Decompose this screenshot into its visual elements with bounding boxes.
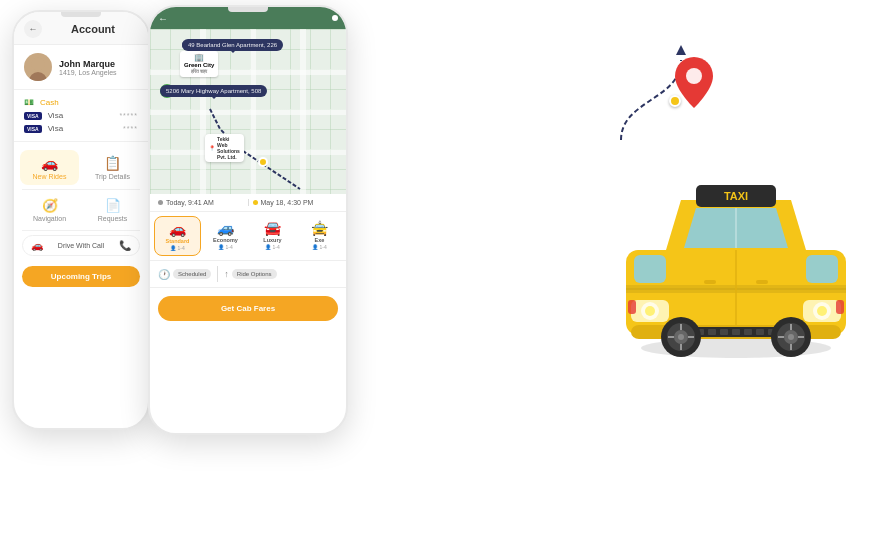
standard-name: Standard [166,238,190,244]
top-bar-indicator [332,15,338,21]
visa1-item[interactable]: VISA Visa ***** [24,109,138,122]
car-types-section: 🚗 Standard 👤 1-4 🚙 Economy 👤 1-4 🚘 Luxur… [150,212,346,261]
drive-label: Drive With Call [58,242,104,249]
svg-rect-45 [756,280,768,284]
requests-btn[interactable]: 📄 Requests [83,194,142,226]
right-phone: ← 🏢 Green City हरित शहर 49 Bearland Glen… [148,5,348,435]
time-dot-gray [158,200,163,205]
ride-options-label: Ride Options [232,269,277,279]
luxury-icon: 🚘 [264,220,281,236]
left-phone: ← Account John Marque 1419, Los Angeles … [12,10,150,430]
navigation-icon: 🧭 [42,198,58,213]
time-bar: Today, 9:41 AM May 18, 4:30 PM [150,194,346,212]
tabs-section: 🚗 New Rides 📋 Trip Details [14,142,148,189]
get-fare-button[interactable]: Get Cab Fares [158,296,338,321]
visa2-badge: VISA [24,125,42,133]
route-svg [150,29,346,194]
svg-point-2 [686,68,702,84]
payment-section: 💵 Cash VISA Visa ***** VISA Visa **** [14,90,148,142]
requests-label: Requests [98,215,128,222]
clock-icon: 🕐 [158,269,170,280]
standard-icon: 🚗 [169,221,186,237]
page-title: Account [48,23,138,35]
call-icon: 📞 [119,240,131,251]
requests-icon: 📄 [105,198,121,213]
visa2-label: Visa [48,124,117,133]
upcoming-trips-button[interactable]: Upcoming Trips [22,266,140,287]
visa2-dots: **** [123,125,138,132]
place-icon: 📍 [209,145,215,151]
svg-rect-17 [720,329,728,335]
taxi-illustration: TAXI [606,130,866,364]
trip-details-label: Trip Details [95,173,130,180]
svg-point-1 [31,57,45,71]
avatar [24,53,52,81]
profile-section: John Marque 1419, Los Angeles [14,45,148,90]
cash-item[interactable]: 💵 Cash [24,96,138,109]
today-label: Today, 9:41 AM [166,199,214,206]
trip-details-tab[interactable]: 📋 Trip Details [83,150,142,185]
svg-rect-10 [806,255,838,283]
schedule-divider [217,266,218,282]
ride-options-item[interactable]: ↑ Ride Options [224,269,276,279]
exe-car-type[interactable]: 🚖 Exe 👤 1-4 [297,216,342,256]
scheduled-label: Scheduled [173,269,211,279]
economy-name: Economy [213,237,238,243]
exe-name: Exe [315,237,325,243]
visa1-dots: ***** [119,112,138,119]
standard-car-type[interactable]: 🚗 Standard 👤 1-4 [154,216,201,256]
map-area[interactable]: 🏢 Green City हरित शहर 49 Bearland Glen A… [150,29,346,194]
cash-label: Cash [40,98,138,107]
economy-car-type[interactable]: 🚙 Economy 👤 1-4 [203,216,248,256]
svg-rect-18 [732,329,740,335]
time-today: Today, 9:41 AM [158,199,244,206]
phone-notch [61,12,101,17]
exe-seats: 👤 1-4 [312,244,327,250]
drive-icon: 🚗 [31,240,43,251]
route-start-dot [669,95,681,107]
car-tab-icon: 🚗 [41,155,58,171]
svg-marker-3 [676,45,686,55]
svg-rect-47 [628,300,636,314]
options-arrow-icon: ↑ [224,269,229,279]
svg-point-26 [645,306,655,316]
nav-section: 🧭 Navigation 📄 Requests [14,190,148,230]
cash-icon: 💵 [24,98,34,107]
visa1-label: Visa [48,111,114,120]
svg-point-31 [788,334,794,340]
time-dot-yellow [253,200,258,205]
map-pin-yellow [258,157,268,167]
place-label: Tekki Web Solutions Pvt. Ltd. [217,136,240,160]
luxury-name: Luxury [263,237,281,243]
svg-rect-9 [634,255,666,283]
time-divider [248,199,249,206]
divider2 [22,230,140,231]
profile-name: John Marque [59,59,117,69]
svg-rect-16 [708,329,716,335]
exe-icon: 🚖 [311,220,328,236]
time-date: May 18, 4:30 PM [253,199,339,206]
svg-rect-20 [756,329,764,335]
drive-with-call[interactable]: 🚗 Drive With Call 📞 [22,235,140,256]
svg-point-35 [678,334,684,340]
navigation-label: Navigation [33,215,66,222]
visa2-item[interactable]: VISA Visa **** [24,122,138,135]
schedule-bar: 🕐 Scheduled ↑ Ride Options [150,261,346,288]
svg-rect-19 [744,329,752,335]
scheduled-item[interactable]: 🕐 Scheduled [158,269,211,280]
new-rides-tab[interactable]: 🚗 New Rides [20,150,79,185]
luxury-car-type[interactable]: 🚘 Luxury 👤 1-4 [250,216,295,256]
navigation-btn[interactable]: 🧭 Navigation [20,194,79,226]
svg-rect-46 [704,280,716,284]
map-back-icon[interactable]: ← [158,13,168,24]
svg-rect-48 [836,300,844,314]
standard-seats: 👤 1-4 [170,245,185,251]
economy-seats: 👤 1-4 [218,244,233,250]
phone-notch-right [228,7,268,12]
details-tab-icon: 📋 [104,155,121,171]
svg-point-0 [29,72,47,81]
profile-location: 1419, Los Angeles [59,69,117,76]
back-button[interactable]: ← [24,20,42,38]
profile-info: John Marque 1419, Los Angeles [59,59,117,76]
visa1-badge: VISA [24,112,42,120]
